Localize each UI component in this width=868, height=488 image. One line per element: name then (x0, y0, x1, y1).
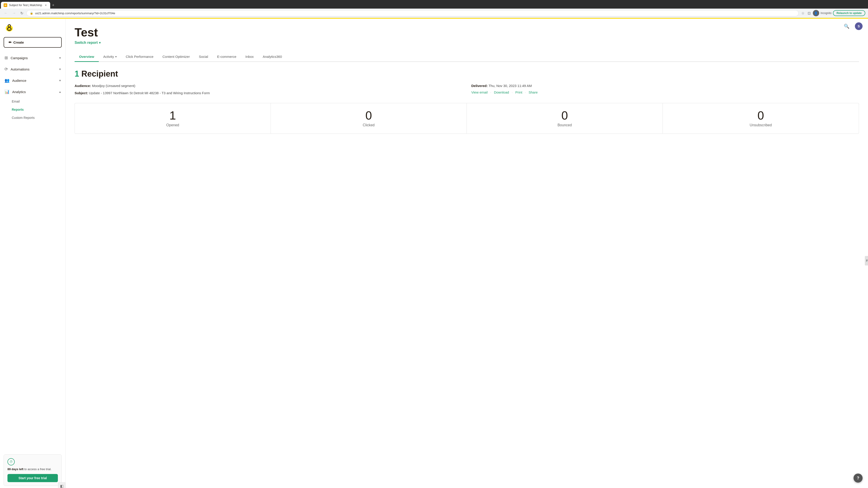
sidebar-item-audience[interactable]: 👥 Audience ▾ (0, 75, 65, 86)
view-email-link[interactable]: View email (471, 90, 488, 94)
chevron-down-icon: ▾ (59, 56, 61, 60)
subject-label: Subject: (74, 91, 88, 95)
browser-frame: M Subject for Test | Mailchimp ✕ + ← → ↻… (0, 0, 868, 18)
create-label: Create (13, 40, 24, 44)
forward-button[interactable]: → (11, 10, 17, 16)
tab-click-performance[interactable]: Click Performance (121, 52, 158, 62)
tab-analytics360[interactable]: Analytics360 (258, 52, 286, 62)
page-title: Test (74, 26, 859, 39)
stat-number-unsubscribed: 0 (667, 109, 854, 121)
analytics-subnav: Email Reports Custom Reports (0, 97, 65, 122)
sidebar-item-label: Campaigns (11, 56, 57, 60)
separator-1: · (490, 91, 491, 94)
tab-social[interactable]: Social (194, 52, 213, 62)
audience-label: Audience: (74, 84, 91, 88)
trial-banner: ⏱ 89 days left to access a free trial. S… (4, 454, 62, 486)
user-avatar[interactable]: S (855, 22, 863, 30)
automations-icon: ⟳ (4, 67, 8, 72)
bookmark-button[interactable]: ☆ (800, 10, 805, 16)
stat-number-opened: 1 (79, 109, 266, 121)
help-button[interactable]: ? (854, 474, 863, 483)
sidebar-collapse-button[interactable]: ◧ (58, 482, 65, 488)
url-text: us21.admin.mailchimp.com/reports/summary… (35, 11, 115, 15)
audience-icon: 👥 (4, 78, 9, 83)
main-content: 🔍 S Test Switch report ▾ Overview Activi… (66, 19, 868, 488)
stat-number-clicked: 0 (275, 109, 462, 121)
tab-activity[interactable]: Activity ▾ (99, 52, 121, 62)
relaunch-button[interactable]: Relaunch to update (833, 10, 865, 16)
stats-grid: 1 Opened 0 Clicked 0 Bounced 0 Unsubscri… (74, 103, 859, 134)
tab-close-btn[interactable]: ✕ (44, 3, 48, 7)
tab-bar: M Subject for Test | Mailchimp ✕ + (0, 0, 868, 8)
info-row-audience: Audience: Moodjoy (Unsaved segment) (74, 83, 462, 89)
chevron-down-icon: ▾ (59, 67, 61, 71)
browser-tab-active[interactable]: M Subject for Test | Mailchimp ✕ (1, 2, 50, 8)
sidebar-item-label: Automations (11, 67, 57, 71)
info-row-actions: View email · Download · Print · Share (471, 90, 859, 96)
sidebar-item-label: Analytics (12, 90, 57, 94)
tab-favicon: M (4, 3, 7, 7)
svg-point-6 (10, 28, 11, 29)
activity-chevron: ▾ (115, 55, 117, 58)
mailchimp-logo (4, 23, 14, 33)
svg-point-2 (8, 25, 10, 27)
address-bar[interactable]: 🔒 us21.admin.mailchimp.com/reports/summa… (26, 10, 799, 16)
new-tab-button[interactable]: + (50, 2, 56, 8)
recipient-count: 1 (74, 69, 79, 78)
svg-point-5 (8, 28, 8, 29)
collapse-icon: ◧ (60, 484, 64, 488)
action-links: View email · Download · Print · Share (471, 90, 859, 94)
tab-inbox[interactable]: Inbox (241, 52, 258, 62)
sidebar-item-campaigns[interactable]: ⊞ Campaigns ▾ (0, 52, 65, 64)
feedback-tab[interactable]: Feedback (865, 256, 868, 265)
sidebar-logo[interactable] (0, 19, 65, 37)
sidebar-item-label: Audience (12, 78, 57, 83)
subnav-email[interactable]: Email (12, 97, 65, 105)
app-container: ✏ Create ⊞ Campaigns ▾ ⟳ Automations ▾ 👥… (0, 19, 868, 488)
stat-label-bounced: Bounced (471, 123, 658, 127)
recipient-title: 1 Recipient (74, 69, 859, 78)
search-button[interactable]: 🔍 (842, 23, 851, 30)
print-link[interactable]: Print (515, 90, 522, 94)
subnav-custom-reports[interactable]: Custom Reports (12, 113, 65, 122)
top-right-actions: 🔍 S (842, 22, 863, 30)
info-row-delivered: Delivered: Thu, Nov 30, 2023 11:49 AM (471, 83, 859, 89)
incognito-avatar: 👤 (813, 10, 819, 16)
start-trial-button[interactable]: Start your free trial (7, 474, 58, 482)
stat-card-clicked: 0 Clicked (271, 103, 467, 133)
pencil-icon: ✏ (8, 40, 11, 44)
trial-clock-icon: ⏱ (7, 458, 15, 465)
create-button[interactable]: ✏ Create (4, 37, 62, 48)
sidebar-item-analytics[interactable]: 📊 Analytics ▴ (0, 86, 65, 97)
incognito-icon: 👤 (814, 11, 817, 15)
toolbar-actions: ☆ ⊡ 👤 Incognito Relaunch to update (800, 10, 865, 16)
stat-label-opened: Opened (79, 123, 266, 127)
delivered-label: Delivered: (471, 84, 488, 88)
switch-report-button[interactable]: Switch report ▾ (74, 41, 101, 45)
refresh-button[interactable]: ↻ (19, 10, 25, 16)
trial-days: 89 days left (7, 467, 24, 471)
stat-label-unsubscribed: Unsubscribed (667, 123, 854, 127)
switch-report-label: Switch report (74, 41, 98, 45)
tab-ecommerce[interactable]: E-commerce (213, 52, 241, 62)
sidebar-item-automations[interactable]: ⟳ Automations ▾ (0, 64, 65, 75)
chevron-down-icon: ▾ (59, 78, 61, 82)
trial-text: 89 days left to access a free trial. (7, 467, 58, 471)
lock-icon: 🔒 (30, 11, 33, 15)
tab-content-optimizer[interactable]: Content Optimizer (158, 52, 194, 62)
separator-2: · (512, 91, 513, 94)
back-button[interactable]: ← (3, 10, 9, 16)
switch-report-chevron: ▾ (99, 41, 101, 44)
extensions-button[interactable]: ⊡ (807, 10, 811, 16)
incognito-label: Incognito (820, 11, 832, 15)
share-link[interactable]: Share (529, 90, 538, 94)
browser-toolbar: ← → ↻ 🔒 us21.admin.mailchimp.com/reports… (0, 8, 868, 18)
campaigns-icon: ⊞ (4, 55, 8, 60)
tab-overview[interactable]: Overview (74, 52, 99, 62)
stat-number-bounced: 0 (471, 109, 658, 121)
tab-navigation: Overview Activity ▾ Click Performance Co… (74, 52, 859, 62)
download-link[interactable]: Download (494, 90, 509, 94)
stat-card-opened: 1 Opened (75, 103, 271, 133)
sidebar: ✏ Create ⊞ Campaigns ▾ ⟳ Automations ▾ 👥… (0, 19, 66, 488)
subnav-reports[interactable]: Reports (12, 105, 65, 113)
